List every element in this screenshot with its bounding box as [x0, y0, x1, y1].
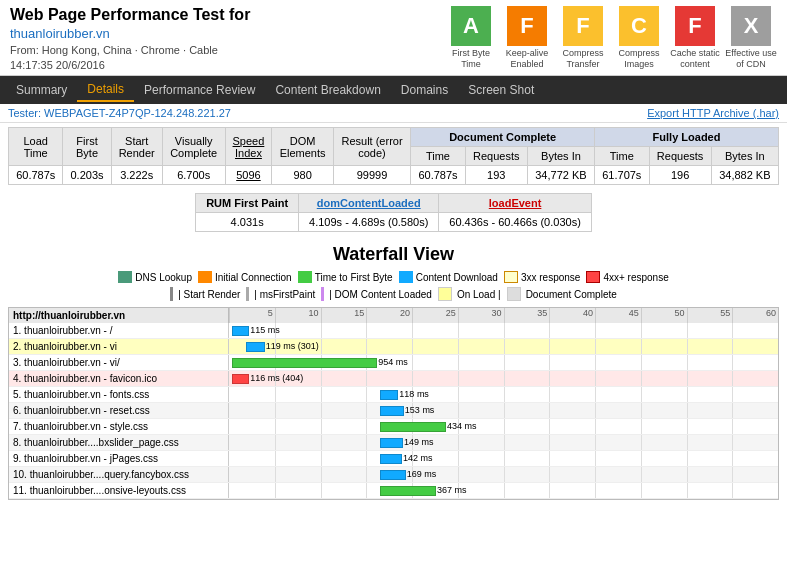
wf-grid-line: [549, 419, 550, 434]
grade-label: Compress Images: [613, 48, 665, 70]
waterfall-row-5[interactable]: 5. thuanloirubber.vn - fonts.css118 ms: [9, 387, 778, 403]
nav-item-domains[interactable]: Domains: [391, 79, 458, 101]
nav-item-summary[interactable]: Summary: [6, 79, 77, 101]
wf-grid-line: [549, 323, 550, 338]
rum-loadevent-header[interactable]: loadEvent: [439, 194, 591, 213]
wf-bar-label: 118 ms: [399, 389, 429, 399]
time-label-60: 60: [732, 308, 778, 323]
wf-bar: [380, 406, 404, 416]
wf-bar-label: 149 ms: [404, 437, 434, 447]
grade-label: First Byte Time: [445, 48, 497, 70]
tester-label: Tester: WEBPAGET-Z4P7QP-124.248.221.27: [8, 107, 231, 119]
navigation: SummaryDetailsPerformance ReviewContent …: [0, 76, 787, 104]
wf-bar-label: 169 ms: [407, 469, 437, 479]
wf-grid-line: [275, 403, 276, 418]
wf-grid-line: [595, 419, 596, 434]
wf-grid-line: [595, 387, 596, 402]
nav-item-performance-review[interactable]: Performance Review: [134, 79, 265, 101]
wf-bar-area: 367 ms: [229, 483, 778, 498]
legend-color-box: [198, 271, 212, 283]
wf-grid-line: [458, 467, 459, 482]
tester-bar: Tester: WEBPAGET-Z4P7QP-124.248.221.27 E…: [0, 104, 787, 123]
wf-grid-line: [504, 339, 505, 354]
legend-color-box: [504, 271, 518, 283]
nav-item-details[interactable]: Details: [77, 78, 134, 102]
summary-cell-1: 0.203s: [63, 166, 111, 185]
wf-bar: [380, 486, 436, 496]
legend2-color-box: [321, 287, 324, 301]
site-url-link[interactable]: thuanloirubber.vn: [10, 26, 445, 41]
waterfall-title: Waterfall View: [8, 244, 779, 265]
wf-grid-line: [504, 371, 505, 386]
from-info: From: Hong Kong, China · Chrome · Cable: [10, 44, 445, 56]
page-title: Web Page Performance Test for: [10, 6, 250, 23]
legend1-item-2: Time to First Byte: [298, 271, 393, 283]
wf-grid-line: [275, 435, 276, 450]
th-dc-requests: Requests: [465, 147, 527, 166]
legend-label: Initial Connection: [215, 272, 292, 283]
waterfall-row-9[interactable]: 9. thuanloirubber.vn - jPages.css142 ms: [9, 451, 778, 467]
wf-grid-line: [366, 339, 367, 354]
waterfall-row-10[interactable]: 10. thuanloirubber....query.fancybox.css…: [9, 467, 778, 483]
waterfall-row-8[interactable]: 8. thuanloirubber....bxslider_page.css14…: [9, 435, 778, 451]
summary-cell-0: 60.787s: [9, 166, 63, 185]
waterfall-row-1[interactable]: 1. thuanloirubber.vn - /115 ms: [9, 323, 778, 339]
rum-domcontent-header[interactable]: domContentLoaded: [299, 194, 439, 213]
wf-grid-line: [595, 403, 596, 418]
waterfall-row-3[interactable]: 3. thuanloirubber.vn - vi/954 ms: [9, 355, 778, 371]
legend2-label: | Start Render: [178, 289, 240, 300]
grade-label: Cache static content: [669, 48, 721, 70]
legend2-color-box: [507, 287, 521, 301]
wf-grid-line: [366, 435, 367, 450]
grade-item-a: AFirst Byte Time: [445, 6, 497, 70]
wf-bar-area: 115 ms: [229, 323, 778, 338]
wf-bar: [380, 438, 403, 448]
wf-grid-line: [595, 467, 596, 482]
wf-bar-label: 367 ms: [437, 485, 467, 495]
legend-label: Time to First Byte: [315, 272, 393, 283]
waterfall-row-6[interactable]: 6. thuanloirubber.vn - reset.css153 ms: [9, 403, 778, 419]
legend1-item-3: Content Download: [399, 271, 498, 283]
wf-grid-line: [732, 467, 733, 482]
wf-grid-line: [504, 387, 505, 402]
summary-cell-6: 99999: [333, 166, 410, 185]
summary-cell-4[interactable]: 5096: [225, 166, 272, 185]
wf-bar-label: 954 ms: [378, 357, 408, 367]
wf-grid-line: [549, 339, 550, 354]
waterfall-chart: http://thuanloirubber.vn 510152025303540…: [8, 307, 779, 500]
wf-bar-label: 142 ms: [403, 453, 433, 463]
wf-bar-label: 119 ms (301): [266, 341, 319, 351]
wf-grid-line: [687, 451, 688, 466]
wf-grid-line: [275, 451, 276, 466]
waterfall-row-7[interactable]: 7. thuanloirubber.vn - style.css434 ms: [9, 419, 778, 435]
wf-grid-line: [687, 435, 688, 450]
waterfall-legend2: | Start Render| msFirstPaint| DOM Conten…: [8, 287, 779, 301]
wf-grid-line: [549, 371, 550, 386]
time-label-45: 45: [595, 308, 641, 323]
wf-row-url: 3. thuanloirubber.vn - vi/: [9, 355, 229, 370]
wf-grid-line: [595, 483, 596, 498]
summary-section: LoadTime FirstByte StartRender VisuallyC…: [0, 123, 787, 189]
wf-grid-line: [732, 355, 733, 370]
nav-item-content-breakdown[interactable]: Content Breakdown: [265, 79, 390, 101]
legend1-item-0: DNS Lookup: [118, 271, 192, 283]
wf-grid-line: [687, 419, 688, 434]
th-speedindex[interactable]: SpeedIndex: [225, 128, 272, 166]
nav-item-screen-shot[interactable]: Screen Shot: [458, 79, 544, 101]
wf-grid-line: [504, 403, 505, 418]
export-har-link[interactable]: Export HTTP Archive (.har): [647, 107, 779, 119]
wf-url-header: http://thuanloirubber.vn: [9, 308, 229, 323]
waterfall-row-4[interactable]: 4. thuanloirubber.vn - favicon.ico116 ms…: [9, 371, 778, 387]
legend2-item-4: Document Complete: [507, 287, 617, 301]
legend-color-box: [118, 271, 132, 283]
grade-item-f: FCache static content: [669, 6, 721, 70]
waterfall-row-2[interactable]: 2. thuanloirubber.vn - vi119 ms (301): [9, 339, 778, 355]
time-label-20: 20: [366, 308, 412, 323]
wf-grid-line: [687, 467, 688, 482]
legend2-label: Document Complete: [526, 289, 617, 300]
wf-grid-line: [549, 435, 550, 450]
legend2-label: On Load |: [457, 289, 501, 300]
legend-label: Content Download: [416, 272, 498, 283]
waterfall-row-11[interactable]: 11. thuanloirubber....onsive-leyouts.css…: [9, 483, 778, 499]
wf-grid-line: [732, 451, 733, 466]
